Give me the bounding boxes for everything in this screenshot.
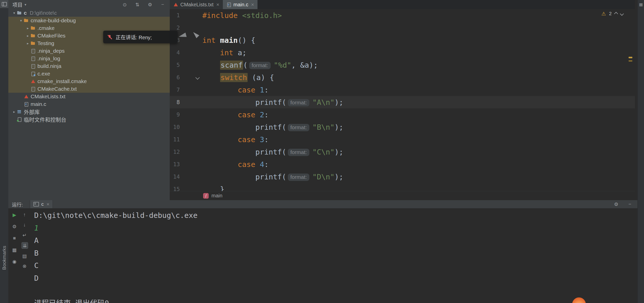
close-icon[interactable]: ×	[216, 2, 219, 8]
code-line[interactable]: 15 }	[170, 183, 635, 191]
line-number[interactable]: 7	[170, 87, 201, 93]
scroll-to-end-button[interactable]: ⇊	[22, 242, 28, 249]
tree-item[interactable]: 临时文件和控制台	[8, 116, 170, 123]
line-number[interactable]: 10	[170, 124, 201, 130]
line-number[interactable]: 1	[170, 12, 201, 18]
bookmarks-tool-button[interactable]: Bookmarks	[0, 241, 8, 275]
code-line[interactable]: 8 printf(format:"A\n");	[170, 96, 635, 108]
code-line[interactable]: 6 switch (a) {	[170, 71, 635, 84]
code-line[interactable]: 12 printf(format:"C\n");	[170, 146, 635, 158]
code-line[interactable]: 1#include <stdio.h>	[170, 9, 635, 22]
console-output[interactable]: D:\git\note\c\cmake-build-debug\c.exe1AB…	[34, 208, 632, 303]
expand-collapse-button[interactable]: ⇅	[134, 2, 140, 8]
line-number[interactable]: 5	[170, 62, 201, 68]
locate-file-button[interactable]: ⊙	[122, 2, 128, 8]
code-token: (	[282, 173, 286, 181]
code-token: , &a);	[291, 61, 318, 69]
chevron-collapsed-icon[interactable]: ▸	[25, 26, 31, 30]
run-tab-c[interactable]: c ×	[30, 200, 53, 208]
tree-item[interactable]: ▾cD:\git\note\c	[8, 9, 170, 17]
scrollbar-warning-mark[interactable]	[629, 57, 632, 58]
tree-item[interactable]: cmake_install.cmake	[8, 78, 170, 85]
voice-chat-overlay[interactable]: 正在讲话: Reny;	[103, 31, 178, 43]
chevron-expanded-icon[interactable]: ▾	[11, 11, 17, 15]
tree-item[interactable]: ▾cmake-build-debug	[8, 17, 170, 24]
code-line[interactable]: 7 case 1:	[170, 84, 635, 96]
line-number[interactable]: 2	[170, 25, 201, 31]
code-token: case	[238, 135, 255, 144]
fold-marker-icon[interactable]	[196, 76, 199, 79]
tab-label: main.c	[233, 2, 248, 8]
code-line[interactable]: 5 scanf(format:"%d", &a);	[170, 59, 635, 71]
tree-item[interactable]: CMakeLists.txt	[8, 93, 170, 100]
breadcrumb-item[interactable]: main	[211, 193, 222, 199]
scroll-up-button[interactable]: ↑	[22, 212, 28, 218]
tree-item[interactable]: build.ninja	[8, 62, 170, 70]
tree-item-label: Testing	[37, 40, 54, 46]
scrollbar-warning-mark[interactable]	[629, 60, 632, 62]
tree-item-label: cmake-build-debug	[31, 17, 76, 24]
code-token: :	[264, 135, 268, 144]
code-token	[216, 36, 220, 45]
line-number[interactable]: 14	[170, 174, 201, 180]
scroll-down-button[interactable]: ↓	[22, 222, 28, 228]
code-token	[255, 135, 260, 144]
line-number[interactable]: 8	[170, 99, 201, 105]
code-line[interactable]: 10 printf(format:"B\n");	[170, 121, 635, 133]
line-number[interactable]: 12	[170, 149, 201, 155]
close-icon[interactable]: ×	[251, 2, 254, 8]
edit-configuration-button[interactable]: ⚙	[11, 223, 17, 230]
project-tool-button[interactable]	[0, 0, 8, 8]
close-icon[interactable]: ×	[47, 201, 50, 207]
tree-item[interactable]: CMakeCache.txt	[8, 85, 170, 93]
left-tool-stripe: Bookmarks	[0, 0, 9, 303]
tree-item[interactable]: .ninja_log	[8, 55, 170, 62]
settings-button[interactable]: ⚙	[613, 201, 619, 207]
code-line[interactable]: 3int main() {	[170, 34, 635, 46]
inlay-hint: format:	[288, 174, 309, 181]
chevron-collapsed-icon[interactable]: ▸	[11, 110, 17, 114]
rerun-button[interactable]: ▶	[11, 212, 17, 218]
pin-tab-button[interactable]: ◉	[11, 258, 17, 264]
code-line[interactable]: 4 int a;	[170, 46, 635, 59]
layout-grid-icon[interactable]: ▦	[638, 2, 644, 7]
chevron-collapsed-icon[interactable]: ▸	[25, 41, 31, 45]
line-number[interactable]: 4	[170, 49, 201, 56]
settings-button[interactable]: ⚙	[147, 2, 153, 8]
chevron-expanded-icon[interactable]: ▾	[18, 18, 24, 23]
soft-wrap-button[interactable]: ↵	[22, 232, 28, 238]
code-line[interactable]: 13 case 4:	[170, 158, 635, 171]
project-panel-header: 项目 ▾ ⊙⇅⚙−	[8, 0, 170, 9]
code-area: 1#include <stdio.h>23int main() {4 int a…	[170, 9, 635, 191]
tree-item-path: D:\git\note\c	[30, 10, 57, 16]
code-line[interactable]: 9 case 2:	[170, 108, 635, 121]
chevron-collapsed-icon[interactable]: ▸	[25, 34, 31, 38]
stop-button[interactable]: ■	[11, 235, 17, 241]
tree-item[interactable]: ▸外部库	[8, 108, 170, 116]
scratch-icon	[17, 117, 22, 122]
run-header-toolbar: ⚙−	[613, 200, 637, 208]
code-line-text: printf(format:"D\n");	[201, 173, 343, 181]
line-number[interactable]: 9	[170, 111, 201, 118]
code-line-text: scanf(format:"%d", &a);	[201, 61, 318, 69]
print-button[interactable]: ▤	[22, 253, 28, 259]
code-line[interactable]: 11 case 3:	[170, 133, 635, 146]
console-line: D:\git\note\c\cmake-build-debug\c.exe	[34, 209, 632, 222]
code-editor[interactable]: 1#include <stdio.h>23int main() {4 int a…	[170, 9, 635, 191]
code-token	[202, 135, 238, 144]
code-line[interactable]: 14 printf(format:"D\n");	[170, 171, 635, 183]
restore-layout-button[interactable]: ▦	[11, 247, 17, 253]
line-number[interactable]: 15	[170, 186, 201, 191]
line-number[interactable]: 11	[170, 136, 201, 143]
tree-item[interactable]: c.exe	[8, 70, 170, 78]
hide-panel-button[interactable]: −	[627, 201, 633, 207]
code-line[interactable]: 2	[170, 22, 635, 34]
hide-panel-button[interactable]: −	[160, 2, 166, 8]
clear-all-button[interactable]: ⊗	[22, 263, 28, 269]
tree-item[interactable]: .ninja_deps	[8, 47, 170, 55]
project-panel-title[interactable]: 项目	[12, 1, 23, 8]
tab-main-c[interactable]: c main.c ×	[223, 0, 258, 9]
tree-item[interactable]: cmain.c	[8, 100, 170, 108]
line-number[interactable]: 13	[170, 161, 201, 167]
tab-cmakelists-txt[interactable]: CMakeLists.txt ×	[170, 0, 223, 9]
